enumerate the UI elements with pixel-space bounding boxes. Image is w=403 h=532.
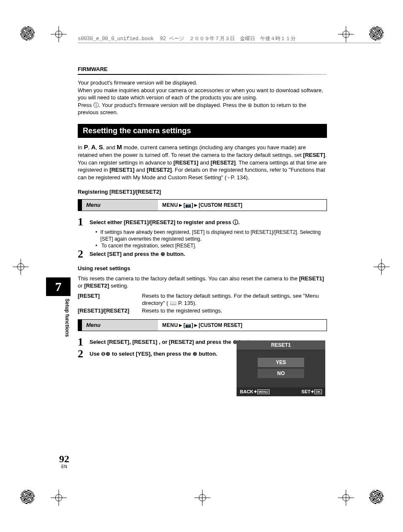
crop-mark	[20, 26, 35, 41]
menu-word: MENU	[162, 322, 178, 328]
firmware-paragraph: Your product's firmware version will be …	[78, 79, 327, 116]
back-label: BACK✦MENU	[240, 389, 270, 395]
camera-screen-title: RESET1	[237, 340, 325, 350]
reset2-tag: [RESET2]	[211, 159, 236, 166]
crop-target	[338, 490, 354, 506]
arrow-icon: ▶	[194, 323, 197, 327]
menu-tab	[78, 320, 82, 331]
menu-path: MENU ▶ [📷] ▶ [CUSTOM RESET]	[158, 200, 327, 211]
def-val: Resets to the factory default settings. …	[142, 292, 327, 307]
menu-label: Menu	[82, 200, 158, 211]
page-ref-icon: ☞	[226, 175, 231, 181]
t: mode, current camera settings (including…	[78, 144, 306, 158]
reset-tag: [RESET]	[303, 152, 325, 158]
firmware-heading: FIRMWARE	[78, 66, 327, 72]
t: In	[78, 144, 84, 151]
section-rule	[78, 74, 327, 75]
def-key: [RESET]	[78, 292, 137, 307]
using-paragraph: This resets the camera to the factory de…	[78, 275, 327, 290]
menu-path-row: Menu MENU ▶ [📷] ▶ [CUSTOM RESET]	[78, 319, 327, 331]
page-content: FIRMWARE Your product's firmware version…	[78, 66, 327, 360]
arrow-icon: ▶	[194, 203, 197, 207]
step-1-notes: •If settings have already been registere…	[95, 229, 327, 250]
step-number: 2	[78, 249, 85, 259]
note-text: If settings have already been registered…	[101, 229, 327, 242]
page-ref: P. 134).	[231, 174, 249, 181]
reset1-tag: [RESET1]	[109, 167, 134, 173]
t: and	[134, 167, 147, 173]
page-number: 92	[56, 453, 72, 465]
step-1: 1 Select either [RESET1]/[RESET2] to reg…	[78, 217, 327, 227]
header-rule	[78, 43, 381, 43]
arrow-icon: ▶	[179, 323, 182, 327]
definition-table: [RESET] Resets to the factory default se…	[78, 292, 327, 315]
page-lang: EN	[56, 464, 72, 469]
set-label: SET✦OK	[302, 389, 322, 395]
reset1-tag: [RESET1]	[173, 159, 198, 166]
camera-screen: RESET1 YES NO BACK✦MENU SET✦OK	[237, 340, 325, 396]
def-val: Resets to the registered settings.	[142, 307, 327, 315]
crop-target	[51, 490, 67, 506]
mode-m: M	[117, 143, 122, 151]
step-text: Select [SET] and press the ⊛ button.	[90, 249, 327, 257]
crop-target	[51, 26, 67, 42]
registering-heading: Registering [RESET1]/[RESET2]	[78, 189, 327, 195]
using-heading: Using reset settings	[78, 265, 327, 271]
reset2-tag: [RESET2]	[147, 167, 172, 173]
book-header: s0030_e_00_0_unified.book 92 ページ ２００９年７月…	[78, 35, 327, 42]
reset-title-bar: Resetting the camera settings	[78, 124, 327, 138]
note-text: To cancel the registration, select [RESE…	[101, 242, 196, 249]
crop-target	[373, 259, 389, 275]
option-no[interactable]: NO	[258, 369, 304, 378]
menu-path: MENU ▶ [📷] ▶ [CUSTOM RESET]	[158, 320, 327, 331]
def-key: [RESET1]/[RESET2]	[78, 307, 137, 315]
step-text: Select either [RESET1]/[RESET2] to regis…	[90, 217, 327, 226]
menu-target: [CUSTOM RESET]	[199, 202, 242, 208]
reset-intro: In P, A, S, and M mode, current camera s…	[78, 143, 327, 181]
step-number: 1	[78, 217, 85, 227]
crop-mark	[369, 490, 384, 504]
arrow-icon: ▶	[179, 203, 182, 207]
reset2-tag: [RESET2]	[84, 282, 109, 289]
step-2: 2 Select [SET] and press the ⊛ button.	[78, 249, 327, 259]
page-jp-text: 92 ページ ２００９年７月３日 金曜日 午後４時１１分	[160, 36, 296, 42]
mode-a: A	[91, 143, 96, 151]
t: This resets the camera to the factory de…	[78, 275, 299, 282]
option-yes[interactable]: YES	[258, 358, 304, 367]
menu-label: Menu	[82, 320, 158, 331]
menu-tab	[78, 200, 82, 211]
t: or	[78, 282, 84, 289]
menu-target: [CUSTOM RESET]	[199, 322, 242, 328]
menu-cam-icon: [📷]	[183, 322, 193, 328]
crop-target	[13, 259, 29, 275]
mode-s: S	[99, 143, 103, 151]
menu-cam-icon: [📷]	[183, 202, 193, 208]
filename-text: s0030_e_00_0_unified.book	[78, 36, 154, 42]
crop-target	[338, 26, 354, 42]
step-number: 1	[78, 337, 85, 347]
crop-mark	[20, 490, 35, 504]
step-number: 2	[78, 349, 85, 359]
chapter-tab: 7	[46, 277, 71, 296]
crop-target	[194, 490, 210, 506]
t: setting.	[109, 282, 128, 289]
reset1-tag: [RESET1]	[299, 275, 324, 282]
chapter-label: Setup functions	[64, 299, 70, 337]
t: and	[199, 159, 211, 166]
menu-word: MENU	[162, 202, 178, 208]
mode-p: P	[84, 143, 88, 151]
crop-mark	[369, 26, 384, 41]
menu-path-row: Menu MENU ▶ [📷] ▶ [CUSTOM RESET]	[78, 199, 327, 211]
